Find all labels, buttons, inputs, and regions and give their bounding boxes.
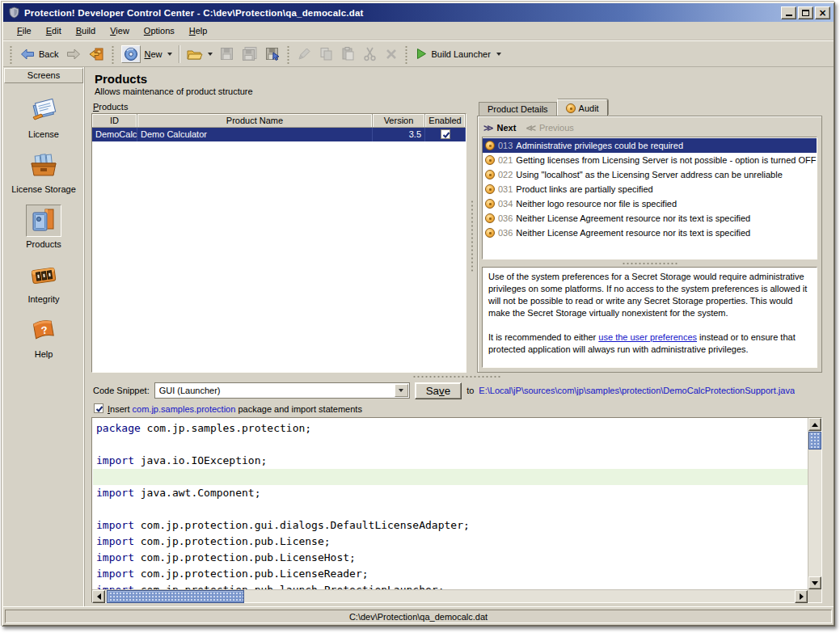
code-snippet-label: Code Snippet: <box>93 386 150 395</box>
menu-file[interactable]: File <box>10 23 39 38</box>
package-name: com.jp.samples.protection <box>133 404 236 414</box>
enabled-checkbox[interactable] <box>441 129 450 139</box>
column-header-version[interactable]: Version <box>373 114 425 128</box>
audit-item[interactable]: 031 Product links are partially specifie… <box>483 182 817 196</box>
tab-audit[interactable]: Audit <box>557 99 608 116</box>
save-button-toolbar <box>216 43 238 65</box>
audit-item[interactable]: 036 Neither License Agreement resource n… <box>483 226 817 240</box>
detail-tabs: Product Details Audit <box>477 99 822 116</box>
arrow-left-icon <box>94 593 101 600</box>
menu-build[interactable]: Build <box>69 23 103 38</box>
splitter-grip-dots <box>471 200 474 272</box>
new-dropdown-icon[interactable] <box>167 53 172 56</box>
column-header-enabled[interactable]: Enabled <box>425 114 466 128</box>
menu-help[interactable]: Help <box>182 23 215 38</box>
cell-product-name: Demo Calculator <box>137 128 373 141</box>
menu-view[interactable]: View <box>103 23 137 38</box>
table-row[interactable]: DemoCalc Demo Calculator 3.5 <box>92 128 466 141</box>
menu-edit[interactable]: Edit <box>39 23 69 38</box>
license-storage-icon <box>28 152 59 179</box>
sidebar-item-license[interactable]: License <box>3 95 84 139</box>
audit-list: 013 Administrative privileges could be r… <box>482 137 817 260</box>
save-as-button[interactable] <box>261 43 284 65</box>
back-button[interactable]: Back <box>16 43 62 65</box>
page-title: Products <box>95 72 822 86</box>
tab-label: Audit <box>579 103 599 113</box>
column-header-id[interactable]: ID <box>92 114 137 128</box>
editor-vertical-scrollbar[interactable] <box>808 418 821 589</box>
description-paragraph: Use of the system preferences for a Secr… <box>488 271 811 319</box>
code-line <box>93 437 808 453</box>
save-button[interactable]: Save <box>415 382 462 399</box>
scroll-down-button[interactable] <box>808 576 821 589</box>
maximize-icon <box>802 10 809 16</box>
sidebar-label: Products <box>26 239 61 249</box>
vertical-splitter[interactable] <box>466 99 477 373</box>
scroll-up-button[interactable] <box>808 418 821 431</box>
delete-button <box>381 43 402 65</box>
title-bar[interactable]: Protection! Developer Control Center - C… <box>3 3 834 22</box>
menu-options[interactable]: Options <box>137 23 182 38</box>
horizontal-splitter[interactable] <box>91 373 822 380</box>
sidebar-item-products[interactable]: Products <box>3 205 84 249</box>
code-line: import com.jp.protection.gui.dialogs.Def… <box>93 517 808 534</box>
tab-product-details[interactable]: Product Details <box>479 102 557 116</box>
build-launcher-label: Build Launcher <box>431 49 491 59</box>
vertical-scroll-thumb[interactable] <box>808 432 821 449</box>
column-header-product-name[interactable]: Product Name <box>137 114 373 128</box>
splitter-grip-dots <box>622 262 678 265</box>
cut-button <box>359 43 381 65</box>
save-all-icon <box>241 46 258 61</box>
horizontal-scroll-thumb[interactable] <box>107 590 244 603</box>
home-screen-button[interactable] <box>85 43 108 65</box>
code-editor[interactable]: package com.jp.samples.protection; impor… <box>91 417 822 603</box>
audit-next-button[interactable]: ≫ Next <box>483 123 516 133</box>
cell-id: DemoCalc <box>92 128 137 141</box>
close-button[interactable]: × <box>815 6 830 19</box>
snippet-file-path[interactable]: E:\Local\jP\sources\com\jp\samples\prote… <box>479 386 795 395</box>
build-dropdown-icon[interactable] <box>496 53 501 56</box>
user-preferences-link[interactable]: use the user preferences <box>598 332 697 342</box>
insert-package-checkbox[interactable] <box>94 403 103 413</box>
audit-warning-icon <box>485 155 495 165</box>
sidebar-item-help[interactable]: ? Help <box>3 314 84 359</box>
scroll-left-button[interactable] <box>92 590 105 603</box>
build-launcher-button[interactable]: Build Launcher <box>412 43 504 65</box>
modify-button <box>293 43 315 65</box>
forward-button[interactable] <box>62 43 85 65</box>
license-icon <box>28 98 59 124</box>
code-line: package com.jp.samples.protection; <box>93 420 808 437</box>
audit-item[interactable]: 036 Neither License Agreement resource n… <box>483 211 817 226</box>
arrow-right-icon <box>800 593 807 600</box>
open-dropdown-icon[interactable] <box>208 53 213 56</box>
status-file-path: C:\dev\Protection\qa_democalc.dat <box>5 610 832 623</box>
copy-icon <box>319 46 334 61</box>
sidebar-item-integrity[interactable]: Integrity <box>3 260 84 304</box>
save-icon <box>219 46 234 61</box>
status-bar: C:\dev\Protection\qa_democalc.dat <box>3 606 834 625</box>
paste-icon <box>340 46 356 61</box>
scroll-right-button[interactable] <box>795 590 808 603</box>
combo-dropdown-button[interactable] <box>395 384 408 397</box>
screens-header[interactable]: Screens <box>4 68 83 83</box>
maximize-button[interactable] <box>798 6 813 19</box>
audit-item[interactable]: 021 Getting licenses from Licensing Serv… <box>483 153 817 167</box>
sidebar-item-license-storage[interactable]: License Storage <box>3 150 84 194</box>
editor-horizontal-scrollbar[interactable] <box>92 589 808 602</box>
products-table: ID Product Name Version Enabled DemoCalc… <box>91 113 466 373</box>
code-area[interactable]: package com.jp.samples.protection; impor… <box>93 418 808 589</box>
minimize-button[interactable] <box>781 6 796 19</box>
cut-scissors-icon <box>362 46 378 61</box>
products-table-label: Products <box>91 99 466 113</box>
table-header-row: ID Product Name Version Enabled <box>92 114 466 128</box>
audit-item[interactable]: 013 Administrative privileges could be r… <box>483 138 817 153</box>
audit-splitter[interactable] <box>482 260 817 267</box>
splitter-grip-dots <box>412 375 501 378</box>
sidebar-label: Integrity <box>27 294 59 304</box>
code-snippet-select[interactable]: GUI (Launcher) <box>154 382 410 399</box>
audit-item[interactable]: 022 Using "localhost" as the Licensing S… <box>483 167 817 182</box>
open-button[interactable] <box>183 43 216 65</box>
new-button[interactable]: New <box>118 43 175 65</box>
audit-item[interactable]: 034 Neither logo resource nor file is sp… <box>483 196 817 211</box>
to-label: to <box>466 386 474 395</box>
